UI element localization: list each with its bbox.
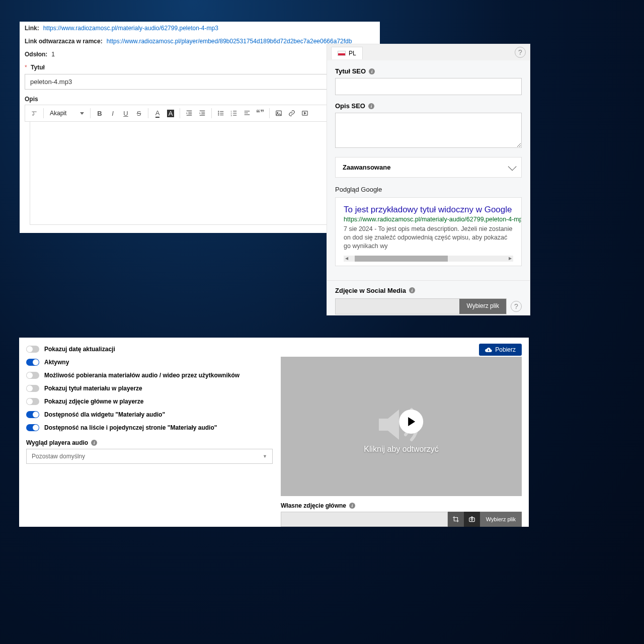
own-image-label: Własne zdjęcie główne i [281,502,522,509]
editor-panel: Link: https://www.radiozamosc.pl/materia… [20,22,380,233]
clear-format-icon[interactable] [28,107,40,119]
align-icon[interactable] [241,107,253,119]
svg-rect-10 [233,113,236,113]
svg-point-0 [218,111,219,112]
editor-content[interactable] [30,122,370,225]
svg-rect-9 [233,111,236,111]
svg-point-1 [218,113,219,114]
crop-icon[interactable] [448,512,464,527]
svg-rect-12 [245,111,250,111]
play-icon [408,417,415,426]
svg-rect-14 [245,114,250,115]
choose-file-button[interactable]: Wybierz plik [459,299,506,314]
toggle-switch[interactable] [26,372,39,379]
info-icon[interactable]: i [349,503,355,509]
lang-tab-pl[interactable]: PL [331,47,363,59]
views-row: Odsłon: 1 [20,48,380,61]
number-list-icon[interactable]: 123 [228,107,240,119]
bold-icon[interactable]: B [94,107,106,119]
help-icon[interactable]: ? [511,301,522,312]
svg-rect-5 [220,115,223,115]
svg-rect-18 [469,518,475,522]
svg-rect-4 [220,113,223,113]
help-icon[interactable]: ? [515,47,526,58]
toggle-row: Pokazuj tytuł materiału w playerze [26,382,273,395]
settings-panel: Pobierz Pokazuj datę aktualizacjiAktywny… [19,338,529,527]
link-label: Link: [25,25,39,32]
social-media-row: Zdjęcie w Social Media i Wybierz plik ? [327,280,530,314]
toggle-row: Dostępność na liście i pojedynczej stron… [26,421,273,434]
svg-point-16 [277,112,278,113]
indent-icon[interactable] [196,107,208,119]
info-icon[interactable]: i [409,287,415,293]
seo-desc-label: Opis SEO i [335,102,522,110]
toggle-switch[interactable] [26,411,39,418]
toggle-label: Aktywny [44,359,69,366]
info-icon[interactable]: i [91,440,97,446]
text-color-icon[interactable]: A [151,107,164,119]
svg-text:3: 3 [231,114,232,117]
link-url[interactable]: https://www.radiozamosc.pl/materialy-aud… [43,25,218,32]
cloud-download-icon [485,347,492,352]
italic-icon[interactable]: I [107,107,119,119]
outdent-icon[interactable] [183,107,195,119]
social-media-label: Zdjęcie w Social Media i [335,287,522,294]
toggle-label: Pokazuj datę aktualizacji [44,346,115,353]
advanced-accordion[interactable]: Zaawansowane [335,157,522,178]
preview-scrollbar[interactable]: ◀ ▶ [344,256,513,262]
google-preview-label: Podgląd Google [335,186,522,193]
info-icon[interactable]: i [368,103,374,109]
frame-url[interactable]: https://www.radiozamosc.pl/player/embed/… [107,38,352,45]
choose-file-button[interactable]: Wybierz plik [480,512,522,527]
desc-label: Opis [20,93,380,105]
google-desc: 7 sie 2024 - To jest opis meta descripti… [344,225,513,251]
own-image-input[interactable] [281,512,448,527]
google-preview-card: To jest przykładowy tytuł widoczny w Goo… [335,197,522,266]
toggle-label: Pokazuj tytuł materiału w playerze [44,385,142,392]
toggle-row: Dostępność dla widgetu "Materiały audio" [26,408,273,421]
video-icon[interactable] [299,107,311,119]
media-player[interactable]: Kliknij aby odtworzyć [281,357,522,496]
toggle-row: Pokazuj zdjęcie główne w playerze [26,395,273,408]
title-input[interactable] [25,74,375,90]
seo-title-label: Tytuł SEO i [335,67,522,75]
flag-pl-icon [338,51,346,56]
frame-label: Link odtwarzacza w ramce: [25,38,103,45]
views-value: 1 [51,51,55,58]
seo-title-input[interactable] [335,78,522,95]
media-column: Kliknij aby odtworzyć Własne zdjęcie głó… [281,343,522,522]
toggle-switch[interactable] [26,398,39,405]
required-icon: * [25,64,27,71]
quote-icon[interactable]: “” [254,107,266,119]
seo-desc-input[interactable] [335,113,522,148]
toggle-switch[interactable] [26,424,39,431]
toggle-switch[interactable] [26,359,39,366]
paragraph-select[interactable]: Akapit [47,108,87,118]
social-media-file-input[interactable]: Wybierz plik [335,298,507,314]
underline-icon[interactable]: U [120,107,132,119]
info-icon[interactable]: i [369,68,375,74]
player-style-select[interactable]: Pozostaw domyślny ▼ [26,449,273,464]
chevron-down-icon [508,162,517,171]
camera-icon[interactable] [464,512,480,527]
bg-color-icon[interactable]: A [165,107,177,119]
play-button[interactable] [399,410,423,434]
svg-rect-11 [233,115,236,116]
link-row: Link: https://www.radiozamosc.pl/materia… [20,22,380,35]
download-button[interactable]: Pobierz [479,344,522,356]
advanced-label: Zaawansowane [343,164,390,171]
toggle-switch[interactable] [26,346,39,353]
link-icon[interactable] [286,107,298,119]
toggle-switch[interactable] [26,385,39,392]
seo-panel: PL ? Tytuł SEO i Opis SEO i Zaawansowane… [327,44,530,315]
toggle-row: Możliwość pobierania materiałów audio / … [26,369,273,382]
rich-editor: Akapit B I U S A A 123 “” [25,105,375,225]
google-title: To jest przykładowy tytuł widoczny w Goo… [344,205,513,215]
lang-tab-label: PL [349,50,356,57]
google-url: https://www.radiozamosc.pl/materialy-aud… [344,216,513,223]
image-icon[interactable] [273,107,285,119]
strike-icon[interactable]: S [133,107,145,119]
svg-rect-3 [220,111,223,112]
frame-link-row: Link odtwarzacza w ramce: https://www.ra… [20,35,380,48]
bullet-list-icon[interactable] [215,107,227,119]
